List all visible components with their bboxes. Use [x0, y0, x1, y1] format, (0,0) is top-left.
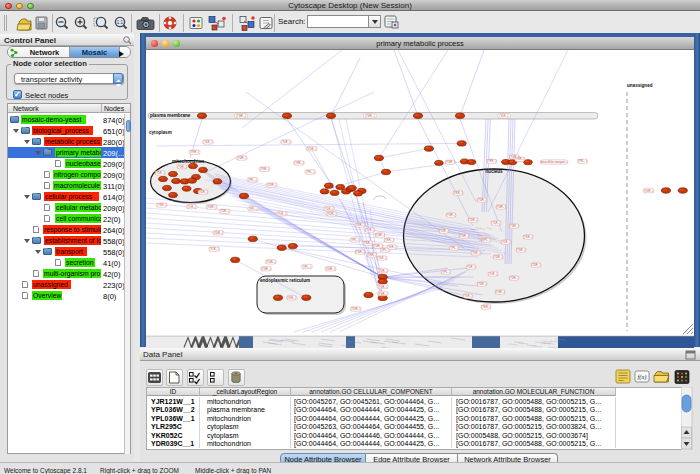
- svg-text:(YDR...): (YDR...): [531, 263, 541, 267]
- svg-text:(YGR...): (YGR...): [236, 114, 246, 118]
- svg-text:(YLR...): (YLR...): [492, 221, 501, 225]
- svg-text:(YKR...): (YKR...): [481, 305, 490, 309]
- svg-text:(YKR...): (YKR...): [384, 238, 393, 242]
- svg-text:(YDR...): (YDR...): [509, 276, 519, 280]
- svg-text:1:1: 1:1: [117, 20, 124, 25]
- svg-text:(YKR...): (YKR...): [453, 191, 462, 195]
- svg-text:(YPL...): (YPL...): [303, 265, 312, 269]
- svg-text:(YKR...): (YKR...): [363, 241, 372, 245]
- svg-text:(YGR...): (YGR...): [509, 224, 519, 228]
- svg-text:(YGR...): (YGR...): [378, 292, 388, 296]
- svg-text:(YKR...): (YKR...): [260, 167, 269, 171]
- svg-text:(YKR...): (YKR...): [515, 157, 524, 161]
- svg-text:f(x): f(x): [637, 373, 646, 381]
- svg-text:(YGR...): (YGR...): [459, 234, 469, 238]
- svg-text:(YLR...): (YLR...): [388, 245, 397, 249]
- svg-text:(YLR...): (YLR...): [210, 247, 219, 251]
- svg-text:(YPL...): (YPL...): [442, 270, 451, 274]
- svg-text:(YLR...): (YLR...): [378, 256, 387, 260]
- svg-text:(YDR...): (YDR...): [177, 165, 187, 169]
- svg-text:(YLR...): (YLR...): [277, 212, 286, 216]
- svg-text:(YDR...): (YDR...): [307, 147, 317, 151]
- svg-text:(YDR...): (YDR...): [198, 190, 208, 194]
- svg-text:(YKR...): (YKR...): [523, 235, 532, 239]
- svg-text:(YLR...): (YLR...): [282, 140, 291, 144]
- svg-text:(YPL...): (YPL...): [306, 170, 315, 174]
- svg-text:(YLR...): (YLR...): [464, 294, 473, 298]
- svg-text:(YDR...): (YDR...): [439, 229, 449, 233]
- svg-text:cytoplasm: cytoplasm: [149, 130, 172, 135]
- svg-text:mitochondrion: mitochondrion: [172, 159, 204, 164]
- svg-text:(YGR...): (YGR...): [365, 114, 375, 118]
- svg-text:(YKR...): (YKR...): [367, 253, 376, 257]
- svg-text:(YDR...): (YDR...): [220, 209, 230, 213]
- svg-text:(YDR...): (YDR...): [214, 231, 224, 235]
- svg-text:(YDR...): (YDR...): [477, 198, 487, 202]
- svg-text:(YPL...): (YPL...): [248, 178, 257, 182]
- svg-text:(YGR...): (YGR...): [237, 156, 247, 160]
- svg-text:(YPL...): (YPL...): [249, 207, 258, 211]
- svg-text:(YGR...): (YGR...): [261, 267, 271, 271]
- svg-text:(YDR...): (YDR...): [155, 171, 165, 175]
- svg-text:plasma membrane: plasma membrane: [150, 113, 191, 118]
- svg-text:(YDR...): (YDR...): [351, 307, 361, 311]
- svg-text:(YDR...): (YDR...): [477, 282, 487, 286]
- svg-text:(YGR...): (YGR...): [207, 205, 217, 209]
- svg-text:(YPL...): (YPL...): [351, 238, 360, 242]
- svg-text:(YKR...): (YKR...): [355, 223, 364, 227]
- svg-text:(YDR...): (YDR...): [516, 248, 526, 252]
- svg-text:(YLR...): (YLR...): [502, 240, 511, 244]
- svg-text:(YGR...): (YGR...): [266, 260, 276, 264]
- svg-text:(YPL...): (YPL...): [450, 246, 459, 250]
- svg-text:(YGR...): (YGR...): [446, 160, 456, 164]
- svg-text:(YDR...): (YDR...): [493, 255, 503, 259]
- svg-text:(YGR...): (YGR...): [375, 233, 385, 237]
- svg-text:(YDR...): (YDR...): [468, 218, 478, 222]
- svg-text:unassigned: unassigned: [627, 83, 653, 88]
- svg-text:(YGR...): (YGR...): [373, 244, 383, 248]
- svg-text:(YKR...): (YKR...): [287, 296, 296, 300]
- svg-text:(YDR...): (YDR...): [378, 269, 388, 273]
- svg-text:(YLR...): (YLR...): [472, 251, 481, 255]
- svg-text:(YPL...): (YPL...): [578, 159, 587, 163]
- svg-text:(YLR...): (YLR...): [324, 207, 333, 211]
- svg-text:(YDR...): (YDR...): [327, 212, 337, 216]
- svg-text:(intracellular transport...): (intracellular transport...): [540, 160, 568, 164]
- svg-text:(YLR...): (YLR...): [366, 228, 375, 232]
- svg-text:(YGR...): (YGR...): [644, 189, 654, 193]
- svg-text:(YKR...): (YKR...): [157, 203, 166, 207]
- svg-text:(YGR...): (YGR...): [496, 205, 506, 209]
- svg-text:(YLR...): (YLR...): [467, 265, 476, 269]
- svg-text:(YLR...): (YLR...): [489, 272, 498, 276]
- svg-text:(YGR...): (YGR...): [355, 250, 365, 254]
- svg-text:(YKR...): (YKR...): [294, 161, 303, 165]
- svg-text:(YGR...): (YGR...): [495, 290, 505, 294]
- svg-text:(YKR...): (YKR...): [190, 150, 199, 154]
- svg-text:(YGR...): (YGR...): [378, 285, 388, 289]
- svg-text:(YGR...): (YGR...): [446, 213, 456, 217]
- svg-text:(YKR...): (YKR...): [487, 159, 496, 163]
- svg-text:(YGR...): (YGR...): [326, 267, 336, 271]
- svg-text:(YLR...): (YLR...): [187, 205, 196, 209]
- svg-text:(YDR...): (YDR...): [267, 183, 277, 187]
- svg-text:(YLR...): (YLR...): [204, 140, 213, 144]
- svg-text:(YLR...): (YLR...): [500, 114, 509, 118]
- svg-text:endoplasmic reticulum: endoplasmic reticulum: [260, 278, 310, 283]
